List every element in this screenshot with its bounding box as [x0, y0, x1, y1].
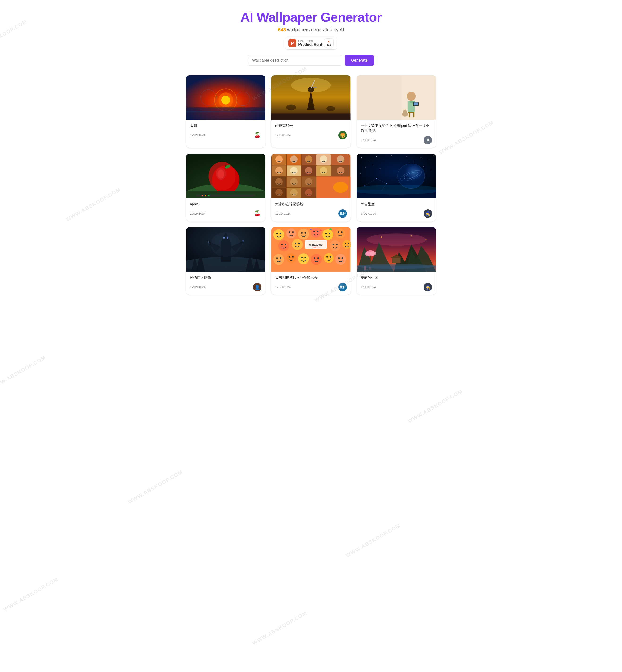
- svg-point-43: [208, 195, 209, 196]
- svg-point-201: [411, 235, 412, 237]
- search-input[interactable]: [248, 55, 342, 66]
- svg-point-81: [369, 161, 369, 162]
- svg-point-150: [292, 239, 303, 250]
- svg-point-179: [342, 257, 343, 259]
- subtitle-suffix: wallpapers generated by AI: [287, 27, 344, 32]
- svg-rect-25: [413, 113, 414, 117]
- svg-point-178: [338, 257, 340, 259]
- card-thumbnail: [357, 227, 436, 272]
- svg-point-88: [421, 157, 421, 157]
- svg-point-174: [324, 253, 334, 263]
- svg-point-14: [286, 105, 296, 110]
- svg-point-139: [313, 231, 315, 232]
- card-thumbnail: SPREADING SMILES: [271, 227, 350, 272]
- avatar: 🧙: [423, 283, 432, 291]
- card-thumbnail: [271, 75, 350, 120]
- svg-point-168: [298, 253, 309, 264]
- svg-point-156: [330, 241, 341, 251]
- svg-point-92: [373, 165, 373, 165]
- svg-rect-6: [186, 107, 265, 120]
- card-dimensions: 1792×1024: [275, 285, 290, 289]
- avatar: 蓝轩: [338, 209, 347, 218]
- ph-vote-count: 63: [327, 43, 331, 47]
- svg-point-85: [399, 158, 399, 159]
- card-thumbnail: [186, 227, 265, 272]
- card-title: 大家都在传递笑脸: [275, 202, 347, 207]
- card-body: apple 1792×1024 🍒: [186, 198, 265, 221]
- wallpaper-count: 648: [278, 27, 286, 32]
- svg-text:SPREADING: SPREADING: [309, 244, 322, 246]
- svg-point-151: [295, 243, 297, 244]
- svg-point-161: [348, 243, 349, 244]
- card-meta: 1792×1024 🍒: [190, 131, 262, 139]
- svg-rect-22: [414, 102, 418, 105]
- svg-point-162: [274, 254, 284, 265]
- avatar: 晨: [423, 136, 432, 144]
- svg-point-158: [336, 244, 338, 245]
- svg-point-105: [376, 178, 377, 179]
- card-thumbnail: [357, 75, 436, 120]
- svg-point-87: [413, 161, 414, 161]
- svg-point-90: [433, 155, 434, 156]
- svg-point-141: [322, 229, 333, 240]
- svg-rect-196: [364, 267, 366, 270]
- svg-rect-24: [409, 113, 410, 117]
- svg-point-42: [205, 195, 206, 196]
- svg-rect-30: [357, 75, 402, 120]
- svg-point-164: [280, 257, 281, 259]
- card-dimensions: 1792×1024: [360, 138, 376, 142]
- card-thumbnail: [186, 154, 265, 199]
- svg-point-172: [314, 257, 315, 259]
- svg-point-135: [298, 229, 309, 240]
- svg-point-176: [330, 256, 331, 258]
- card-title: 恐怖巨大雕像: [190, 275, 262, 280]
- svg-point-98: [398, 164, 425, 188]
- ph-text-block: FIND IT ON Product Hunt: [298, 40, 322, 47]
- generate-button[interactable]: Generate: [345, 55, 374, 66]
- card-title: 美丽的中国: [360, 275, 432, 280]
- avatar: 蓝轩: [338, 283, 347, 291]
- ph-logo: P: [288, 39, 297, 47]
- svg-point-152: [299, 243, 300, 244]
- product-hunt-badge[interactable]: P FIND IT ON Product Hunt ▲ 63: [285, 37, 337, 49]
- svg-rect-13: [313, 87, 316, 87]
- card-dimensions: 1792×1024: [275, 133, 290, 137]
- svg-point-18: [407, 92, 416, 101]
- card-title: 哈萨克战士: [275, 123, 347, 128]
- card-body: 美丽的中国 1792×1024 🧙: [357, 272, 436, 295]
- avatar: 🍒: [253, 209, 262, 218]
- svg-rect-7: [186, 111, 265, 112]
- svg-point-82: [376, 156, 377, 157]
- svg-point-124: [208, 241, 209, 243]
- card-thumbnail: [357, 154, 436, 199]
- svg-point-165: [286, 253, 296, 263]
- card-title: 太阳: [190, 123, 262, 128]
- svg-point-96: [430, 170, 431, 170]
- avatar: 🧙: [423, 209, 432, 218]
- svg-point-3: [221, 96, 230, 105]
- card-meta: 1792×1024 🧙: [360, 283, 432, 291]
- card-body: 宇宙星空 1792×1024 🧙: [357, 198, 436, 221]
- svg-point-202: [425, 239, 426, 240]
- wallpaper-card: SPREADING SMILES: [271, 227, 351, 295]
- ph-upvote-icon: ▲: [327, 40, 331, 43]
- wallpaper-card: 恐怖巨大雕像 1792×1024 👤: [186, 227, 266, 295]
- svg-point-200: [381, 237, 382, 238]
- svg-point-129: [274, 229, 284, 240]
- card-title: 宇宙星空: [360, 202, 432, 207]
- wallpaper-card: 美丽的中国 1792×1024 🧙: [356, 227, 436, 295]
- ph-find-label: FIND IT ON: [298, 40, 313, 42]
- svg-point-138: [311, 228, 321, 238]
- card-body: 恐怖巨大雕像 1792×1024 👤: [186, 272, 265, 295]
- svg-point-170: [305, 257, 306, 258]
- svg-point-86: [406, 156, 406, 157]
- hero-section: AI Wallpaper Generator 648 wallpapers ge…: [186, 9, 436, 66]
- page-title: AI Wallpaper Generator: [186, 9, 436, 25]
- svg-rect-197: [369, 267, 371, 270]
- svg-rect-23: [408, 112, 414, 113]
- card-meta: 1792×1024 🍔: [275, 131, 347, 139]
- card-body: 太阳 1792×1024 🍒: [186, 120, 265, 143]
- svg-point-91: [365, 167, 366, 168]
- svg-point-184: [367, 233, 426, 246]
- svg-point-137: [305, 232, 306, 234]
